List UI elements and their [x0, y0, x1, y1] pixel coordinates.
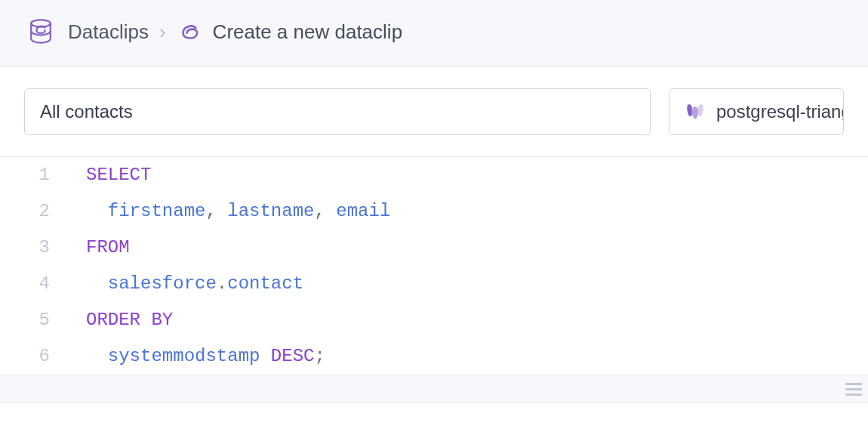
code-line[interactable]: SELECT — [86, 157, 390, 193]
line-number: 6 — [0, 338, 50, 375]
line-number: 3 — [0, 230, 50, 266]
datastore-select[interactable]: postgresql-triang — [669, 88, 844, 135]
breadcrumb-current: Create a new dataclip — [213, 20, 402, 44]
code-line[interactable]: salesforce.contact — [86, 266, 390, 302]
dataclip-name-input[interactable] — [24, 88, 651, 135]
chevron-right-icon: › — [159, 20, 166, 44]
sql-editor[interactable]: 123456 SELECT firstname, lastname, email… — [0, 156, 868, 375]
code-line[interactable]: firstname, lastname, email — [86, 193, 390, 230]
breadcrumb: Dataclips › Create a new dataclip — [68, 19, 402, 45]
line-number: 5 — [0, 302, 50, 338]
editor-code[interactable]: SELECT firstname, lastname, emailFROM sa… — [63, 157, 390, 375]
clip-icon — [177, 19, 202, 45]
code-line[interactable]: systemmodstamp DESC; — [86, 338, 390, 375]
editor-gutter: 123456 — [0, 157, 63, 375]
controls-row: postgresql-triang — [0, 67, 868, 156]
code-line[interactable]: FROM — [86, 230, 390, 266]
line-number: 2 — [0, 193, 50, 230]
code-line[interactable]: ORDER BY — [86, 302, 390, 338]
line-number: 4 — [0, 266, 50, 302]
postgres-icon — [685, 101, 706, 122]
dataclips-icon — [24, 15, 57, 48]
page-header: Dataclips › Create a new dataclip — [0, 0, 868, 67]
menu-icon[interactable] — [845, 383, 862, 396]
datastore-selected-label: postgresql-triang — [716, 101, 844, 122]
editor-footer — [0, 375, 868, 403]
breadcrumb-root[interactable]: Dataclips — [68, 20, 149, 44]
line-number: 1 — [0, 157, 50, 193]
